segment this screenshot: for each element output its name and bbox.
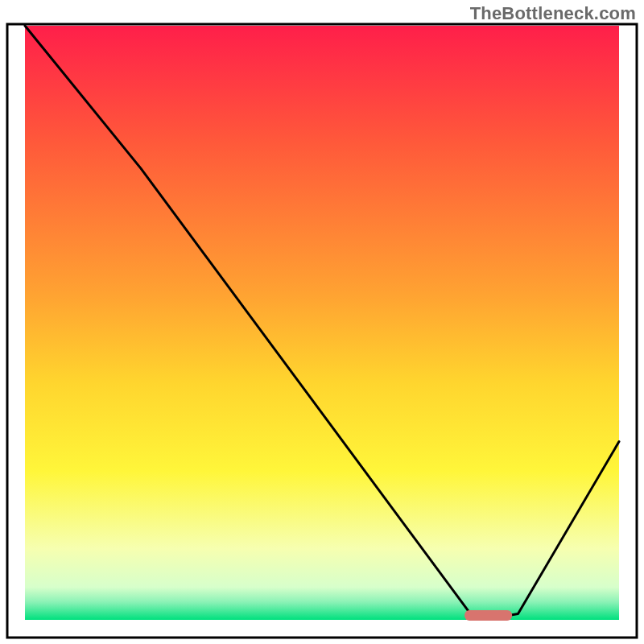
chart-svg bbox=[0, 0, 644, 644]
chart-wrapper: TheBottleneck.com bbox=[0, 0, 644, 644]
min-marker bbox=[464, 610, 512, 621]
chart-plot-area bbox=[25, 26, 619, 620]
